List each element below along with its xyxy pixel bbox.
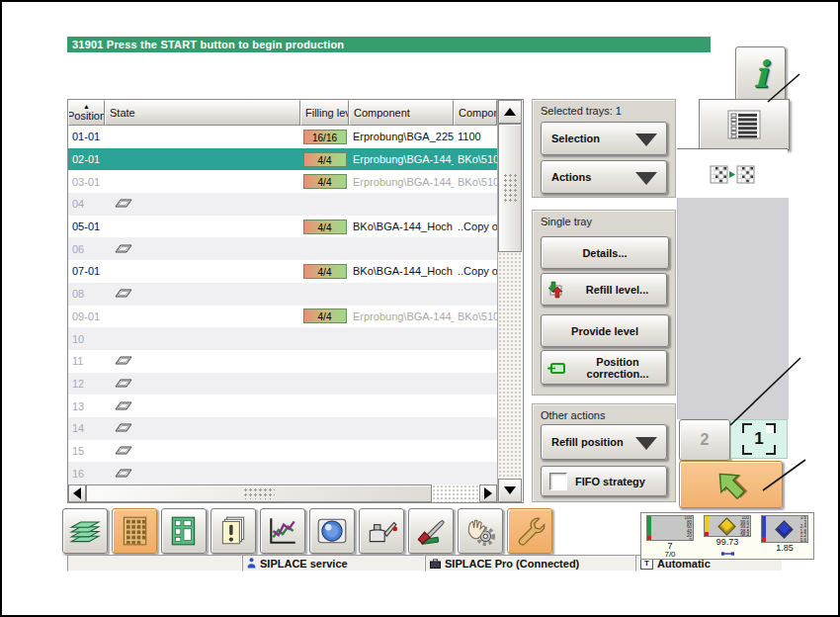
cell-component-id: BKo\5103 [454, 310, 497, 322]
tray-row-02-01[interactable]: 02-014/4Erprobung\BGA-144_1BKo\5103 [68, 148, 497, 171]
page-2-button[interactable]: 2 [679, 419, 730, 461]
vertical-scroll-thumb[interactable] [498, 124, 522, 252]
actions-dropdown-button[interactable]: Actions [541, 160, 667, 194]
other-actions-label: Other actions [541, 409, 605, 421]
tab-tray-transfer[interactable] [677, 148, 788, 199]
error-list-button[interactable] [210, 508, 256, 554]
column-header-label: Filling level [305, 107, 349, 119]
fifo-strategy-toggle[interactable]: FIFO strategy [541, 466, 667, 496]
cell-position: 04 [68, 198, 105, 210]
list-icon [727, 110, 761, 139]
provide-level-button[interactable]: Provide level [541, 314, 669, 347]
cell-state [105, 242, 300, 256]
gauge-scale-bar [705, 516, 709, 536]
chevron-down-icon [635, 172, 657, 185]
details-button[interactable]: Details... [541, 236, 669, 269]
status-cell-siplace-service: SIPLACE service [242, 555, 425, 572]
cell-state [105, 287, 300, 301]
tray-row-14[interactable]: 14 [68, 417, 497, 440]
horizontal-scrollbar[interactable] [68, 485, 497, 502]
tray-row-08[interactable]: 08 [68, 283, 497, 306]
selection-frame: 1 [742, 423, 776, 455]
tray-row-13[interactable]: 13 [68, 395, 497, 417]
actions-label: Actions [551, 171, 591, 183]
user-icon [247, 558, 256, 569]
tray-row-07-01[interactable]: 07-014/4BKo\BGA-144_Hoch..Copy of 51 [68, 260, 497, 283]
vertical-scroll-track[interactable] [498, 252, 522, 479]
selection-dropdown-button[interactable]: Selection [541, 122, 667, 155]
station-layout-button[interactable] [161, 508, 207, 554]
filling-level-badge: 4/4 [303, 264, 347, 279]
column-header-position[interactable]: ▲Position [68, 100, 105, 126]
status-text: SIPLACE service [260, 558, 348, 570]
other-actions-group: Other actions Refill position FIFO strat… [532, 403, 676, 502]
tray-row-09-01[interactable]: 09-014/4Erprobung\BGA-144_3BKo\5103 [68, 306, 497, 328]
page-1-button[interactable]: 1 [730, 419, 788, 459]
gauge-scale-labels: 10099.699.298.898.498 [740, 516, 749, 536]
single-tray-group: Single tray Details... Refill level... P… [532, 210, 676, 396]
position-correction-button[interactable]: Position correction... [541, 350, 667, 385]
tray-row-11[interactable]: 11 [68, 350, 497, 373]
cell-state [105, 399, 300, 413]
single-tray-label: Single tray [541, 216, 592, 227]
arrow-down-icon [504, 486, 516, 494]
cell-component: BKo\BGA-144_Hoch [349, 265, 454, 277]
cell-component: Erprobung\BGA-144_2 [349, 176, 454, 188]
cell-position: 07-01 [68, 265, 105, 277]
horizontal-scroll-track[interactable] [432, 485, 479, 502]
repair-tool-button[interactable] [408, 508, 454, 554]
cell-position: 09-01 [68, 310, 105, 322]
placement-rate-gauge: 10099.699.298.898.49899.73 [702, 515, 753, 559]
column-header-state[interactable]: State [105, 100, 300, 126]
refill-level-label: Refill level... [568, 284, 666, 296]
corner-mark [742, 423, 752, 433]
tray-table-button[interactable] [112, 508, 157, 554]
empty-tray-icon [115, 421, 132, 435]
tray-row-16[interactable]: 16 [68, 462, 497, 485]
tray-row-15[interactable]: 15 [68, 440, 497, 463]
cycle-time-gauge: 3.632.41.81.20.61.85 [759, 515, 810, 559]
connector-icon [721, 547, 734, 559]
filling-level-badge: 4/4 [303, 152, 347, 167]
oil-can-button[interactable] [359, 508, 404, 554]
scroll-right-button[interactable] [479, 485, 497, 502]
cell-position: 16 [68, 468, 105, 480]
manual-gear-button[interactable] [458, 508, 503, 554]
repair-tool-icon [414, 514, 448, 548]
refill-position-dropdown-button[interactable]: Refill position [541, 424, 667, 460]
cell-component: Erprobung\BGA-144_1 [349, 153, 454, 165]
fifo-checkbox[interactable] [549, 473, 567, 490]
column-header-component[interactable]: Component [349, 100, 454, 126]
magazine-stack-button[interactable] [62, 508, 108, 554]
corner-mark [766, 423, 776, 433]
statistics-button[interactable] [260, 508, 305, 554]
camera-icon [315, 514, 349, 548]
column-header-component[interactable]: Component [454, 100, 497, 126]
tab-tray-list[interactable] [699, 99, 790, 150]
cell-component-id: ..Copy of 51 [454, 265, 497, 277]
tray-row-04[interactable]: 04 [68, 193, 497, 216]
tray-row-03-01[interactable]: 03-014/4Erprobung\BGA-144_2BKo\5103 [68, 170, 497, 193]
cell-component: Erprobung\BGA_225 [349, 131, 454, 142]
cell-component: BKo\BGA-144_Hoch [349, 220, 454, 232]
tray-row-01-01[interactable]: 01-0116/16Erprobung\BGA_2251100 [68, 126, 497, 148]
scroll-left-button[interactable] [68, 485, 86, 502]
camera-button[interactable] [309, 508, 355, 554]
service-wrench-button[interactable] [507, 508, 552, 554]
cell-component-id: ..Copy of 51 [454, 220, 497, 232]
tray-row-05-01[interactable]: 05-014/4BKo\BGA-144_Hoch..Copy of 51 [68, 216, 497, 238]
main-toolbar [62, 508, 552, 554]
column-header-filling-level[interactable]: Filling level [300, 100, 349, 126]
tray-row-10[interactable]: 10 [68, 327, 497, 350]
scroll-down-button[interactable] [498, 479, 522, 502]
back-button[interactable] [679, 461, 783, 508]
refill-level-button[interactable]: Refill level... [541, 273, 667, 306]
info-button[interactable]: i [735, 46, 786, 102]
scroll-up-button[interactable] [498, 100, 522, 124]
empty-tray-icon [115, 354, 132, 368]
vertical-scrollbar[interactable] [497, 100, 522, 502]
tray-row-12[interactable]: 12 [68, 373, 497, 396]
horizontal-scroll-thumb[interactable] [86, 485, 432, 502]
manual-gear-icon [463, 514, 497, 548]
tray-row-06[interactable]: 06 [68, 237, 497, 260]
